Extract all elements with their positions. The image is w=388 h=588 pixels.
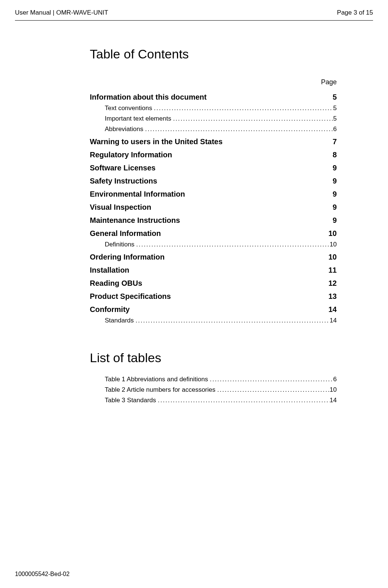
toc-section-title: General Information	[90, 229, 161, 238]
toc-section-title: Regulatory Information	[90, 151, 172, 159]
page-header: User Manual | OMR-WAVE-UNIT Page 3 of 15	[15, 9, 373, 21]
toc-section[interactable]: Warning to users in the United States7	[90, 137, 337, 146]
toc-section-page: 12	[329, 279, 337, 288]
list-of-tables-body: Table 1 Abbreviations and definitions 6T…	[90, 376, 337, 404]
toc-section-title: Visual Inspection	[90, 203, 151, 212]
toc-sub-page: 10	[330, 241, 337, 248]
toc-dots	[136, 241, 330, 248]
toc-section-title: Installation	[90, 266, 129, 275]
toc-dots	[210, 376, 333, 383]
toc-section[interactable]: Visual Inspection9	[90, 203, 337, 212]
toc-section-page: 9	[333, 164, 337, 172]
toc-section[interactable]: Regulatory Information8	[90, 151, 337, 159]
toc-section-title: Software Licenses	[90, 164, 156, 172]
toc-dots	[158, 397, 330, 404]
toc-sub-title: Abbreviations	[105, 125, 145, 133]
lot-entry-page: 10	[330, 386, 337, 394]
toc-section[interactable]: Maintenance Instructions9	[90, 216, 337, 225]
toc-body: Information about this document5Text con…	[90, 93, 337, 324]
toc-sub-entry[interactable]: Abbreviations 6	[105, 125, 337, 133]
toc-section[interactable]: Software Licenses9	[90, 164, 337, 172]
toc-sub-title: Important text elements	[105, 115, 173, 122]
toc-section-page: 14	[329, 305, 337, 314]
header-right: Page 3 of 15	[337, 9, 373, 16]
toc-sub-page: 5	[333, 104, 337, 112]
toc-sub-page: 14	[330, 317, 337, 324]
toc-section-page: 10	[329, 229, 337, 238]
toc-dots	[145, 125, 333, 133]
toc-section-page: 9	[333, 190, 337, 198]
toc-section-page: 5	[333, 93, 337, 101]
lot-entry[interactable]: Table 2 Article numbers for accessories …	[105, 386, 337, 394]
header-left: User Manual | OMR-WAVE-UNIT	[15, 9, 108, 16]
toc-section[interactable]: Conformity14	[90, 305, 337, 314]
toc-sub-entry[interactable]: Important text elements 5	[105, 115, 337, 122]
toc-section-title: Maintenance Instructions	[90, 216, 180, 225]
toc-sub-page: 5	[333, 115, 337, 122]
toc-sub-title: Standards	[105, 317, 135, 324]
toc-section-page: 13	[329, 292, 337, 301]
toc-sub-page: 6	[333, 125, 337, 133]
toc-section[interactable]: General Information10	[90, 229, 337, 238]
toc-section-page: 8	[333, 151, 337, 159]
toc-section[interactable]: Safety Instructions9	[90, 177, 337, 185]
toc-section[interactable]: Environmental Information9	[90, 190, 337, 198]
toc-section[interactable]: Product Specifications13	[90, 292, 337, 301]
toc-section-title: Reading OBUs	[90, 279, 142, 288]
lot-entry-title: Table 1 Abbreviations and definitions	[105, 376, 210, 383]
toc-title: Table of Contents	[90, 47, 337, 61]
toc-section-title: Safety Instructions	[90, 177, 157, 185]
toc-section-page: 11	[329, 266, 337, 275]
toc-section-page: 7	[333, 137, 337, 146]
toc-section[interactable]: Ordering Information10	[90, 253, 337, 261]
toc-dots	[135, 317, 330, 324]
toc-section-page: 9	[333, 216, 337, 225]
toc-section[interactable]: Installation11	[90, 266, 337, 275]
toc-section-title: Ordering Information	[90, 253, 165, 261]
toc-section-title: Environmental Information	[90, 190, 185, 198]
toc-sub-title: Text conventions	[105, 104, 154, 112]
toc-section[interactable]: Information about this document5	[90, 93, 337, 101]
lot-entry[interactable]: Table 3 Standards 14	[105, 397, 337, 404]
lot-entry[interactable]: Table 1 Abbreviations and definitions 6	[105, 376, 337, 383]
toc-dots	[154, 104, 333, 112]
toc-section-page: 9	[333, 177, 337, 185]
page-footer: 1000005542-Bed-02	[15, 571, 70, 578]
toc-dots	[217, 386, 330, 394]
toc-dots	[173, 115, 333, 122]
lot-entry-page: 14	[330, 397, 337, 404]
lot-entry-page: 6	[333, 376, 337, 383]
toc-section-title: Warning to users in the United States	[90, 137, 223, 146]
toc-page-label: Page	[90, 78, 337, 86]
toc-section-page: 9	[333, 203, 337, 212]
lot-entry-title: Table 2 Article numbers for accessories	[105, 386, 217, 394]
toc-sub-entry[interactable]: Standards 14	[105, 317, 337, 324]
lot-entry-title: Table 3 Standards	[105, 397, 158, 404]
toc-sub-entry[interactable]: Text conventions 5	[105, 104, 337, 112]
toc-section-title: Conformity	[90, 305, 130, 314]
toc-section[interactable]: Reading OBUs12	[90, 279, 337, 288]
toc-sub-title: Definitions	[105, 241, 136, 248]
main-content: Table of Contents Page Information about…	[90, 47, 337, 404]
toc-section-title: Information about this document	[90, 93, 207, 101]
toc-sub-entry[interactable]: Definitions 10	[105, 241, 337, 248]
list-of-tables-title: List of tables	[90, 351, 337, 365]
toc-section-page: 10	[329, 253, 337, 261]
toc-section-title: Product Specifications	[90, 292, 171, 301]
